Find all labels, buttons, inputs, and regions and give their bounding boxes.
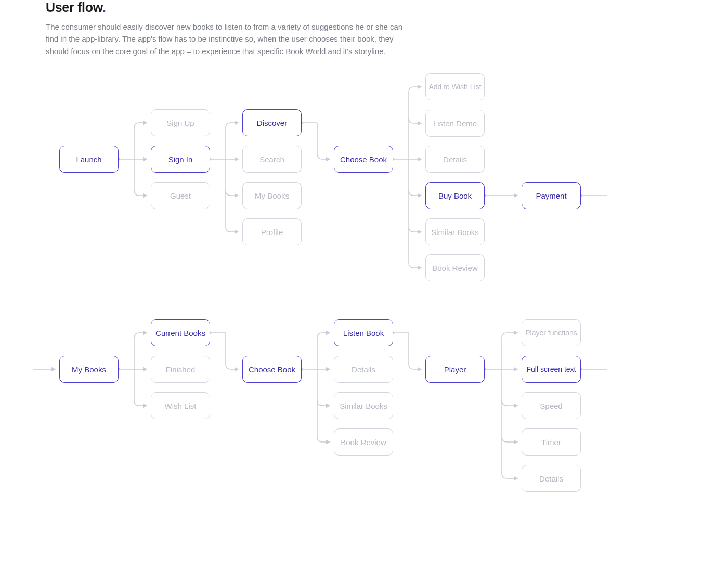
node-my-books-2: My Books — [59, 356, 119, 383]
page-description: The consumer should easily discover new … — [46, 21, 405, 57]
node-details-1: Details — [425, 146, 485, 173]
node-details-3: Details — [522, 465, 581, 492]
node-review-2: Book Review — [334, 428, 393, 456]
node-details-2: Details — [334, 356, 393, 383]
node-launch: Launch — [59, 146, 119, 173]
node-profile: Profile — [242, 218, 302, 245]
node-choose-book-1: Choose Book — [334, 146, 393, 173]
node-wishlist-add: Add to Wish List — [425, 73, 485, 100]
node-sign-up: Sign Up — [151, 109, 210, 136]
node-sign-in: Sign In — [151, 146, 210, 173]
node-similar-2: Similar Books — [334, 392, 393, 419]
node-speed: Speed — [522, 392, 581, 419]
node-review-1: Book Review — [425, 254, 485, 281]
node-current-books: Current Books — [151, 319, 210, 346]
node-my-books-1: My Books — [242, 182, 302, 209]
connectors-layer — [0, 0, 728, 572]
title-text: User flow — [46, 0, 102, 15]
node-full-screen-text: Full screen text — [522, 356, 581, 383]
node-discover: Discover — [242, 109, 302, 136]
node-guest: Guest — [151, 182, 210, 209]
node-choose-book-2: Choose Book — [242, 356, 302, 383]
node-finished: Finished — [151, 356, 210, 383]
node-player: Player — [425, 356, 485, 383]
node-player-functions: Player functions — [522, 319, 581, 346]
node-listen-book: Listen Book — [334, 319, 393, 346]
node-timer: Timer — [522, 428, 581, 456]
node-listen-demo: Listen Demo — [425, 110, 485, 137]
node-similar-1: Similar Books — [425, 218, 485, 245]
node-payment: Payment — [522, 182, 581, 209]
title-dot: . — [102, 0, 106, 15]
node-wishlist: Wish List — [151, 392, 210, 419]
page-title: User flow. — [46, 0, 106, 15]
node-buy-book: Buy Book — [425, 182, 485, 209]
node-search: Search — [242, 146, 302, 173]
